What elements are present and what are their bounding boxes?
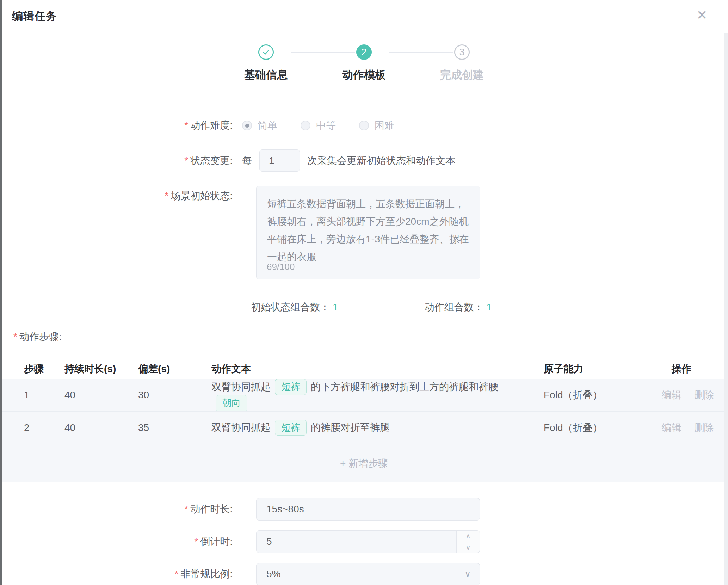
unusual-ratio-row: *非常规比例: 5% ∨ <box>0 563 728 585</box>
chevron-down-icon: ∨ <box>464 569 471 579</box>
initial-state-row: *场景初始状态: 短裤五条数据背面朝上，五条数据正面朝上，裤腰朝右，离头部视野下… <box>0 186 728 281</box>
state-change-label: *状态变更: <box>0 154 233 167</box>
action-steps-label: *动作步骤: <box>0 330 728 344</box>
radio-label: 困难 <box>375 119 394 132</box>
form-bottom: *动作时长: *倒计时: ∧ ∨ *非常规比例: 5% ∨ <box>0 498 728 585</box>
required-marker: * <box>184 504 188 515</box>
action-steps-section: *动作步骤: 步骤持续时长(s)偏差(s)动作文本原子能力操作 14030双臂协… <box>0 330 728 482</box>
initial-combos-value: 1 <box>333 302 338 313</box>
check-icon <box>261 48 271 57</box>
action-duration-row: *动作时长: <box>0 498 728 521</box>
step-done: 基础信息 <box>217 44 315 82</box>
column-header: 偏差(s) <box>138 362 211 376</box>
cell-ability: Fold（折叠） <box>544 421 662 435</box>
column-header: 动作文本 <box>211 362 544 376</box>
action-duration-input[interactable] <box>256 498 480 521</box>
cell-action-text: 双臂协同抓起短裤的下方裤腿和裤腰对折到上方的裤腿和裤腰朝向 <box>211 379 544 411</box>
required-marker: * <box>184 120 188 131</box>
form-main: *动作难度: 简单中等困难 *状态变更: 每 次采集会更新初始状态和动作文本 *… <box>0 118 728 314</box>
combos-row: 初始状态组合数：1 动作组合数：1 <box>0 301 728 314</box>
cell-deviation: 35 <box>138 422 211 433</box>
char-counter: 69/100 <box>267 261 295 272</box>
countdown-label: *倒计时: <box>0 535 233 548</box>
cell-deviation: 30 <box>138 389 211 401</box>
required-marker: * <box>184 155 188 166</box>
radio-circle-icon <box>242 121 252 130</box>
table-row: 24035双臂协同抓起短裤的裤腰对折至裤腿Fold（折叠）编辑删除 <box>0 411 728 444</box>
countdown-input[interactable] <box>256 530 480 553</box>
step-pending: 3完成创建 <box>413 44 511 82</box>
cell-duration: 40 <box>64 422 138 433</box>
initial-combos-label: 初始状态组合数： <box>251 302 330 313</box>
radio-option[interactable]: 中等 <box>301 119 336 132</box>
number-spinner: ∧ ∨ <box>456 531 480 553</box>
step-circle-active[interactable]: 2 <box>356 44 372 60</box>
required-marker: * <box>174 568 178 579</box>
scrollbar-track[interactable] <box>724 33 728 585</box>
difficulty-label: *动作难度: <box>0 119 233 132</box>
action-combos-value: 1 <box>487 302 492 313</box>
edit-button[interactable]: 编辑 <box>662 388 681 402</box>
edit-task-dialog: 编辑任务 ✕ 基础信息2动作模板3完成创建 *动作难度: 简单中等困难 *状态变… <box>0 0 728 585</box>
step-label: 动作模板 <box>342 68 386 82</box>
state-change-suffix: 次采集会更新初始状态和动作文本 <box>307 154 455 167</box>
stepper: 基础信息2动作模板3完成创建 <box>0 32 728 82</box>
cell-actions: 编辑删除 <box>662 421 728 435</box>
state-change-row: *状态变更: 每 次采集会更新初始状态和动作文本 <box>0 149 728 172</box>
cell-action-text: 双臂协同抓起短裤的裤腰对折至裤腿 <box>211 420 544 436</box>
page-left-edge <box>0 0 2 585</box>
difficulty-row: *动作难度: 简单中等困难 <box>0 118 728 133</box>
entity-tag: 朝向 <box>216 395 247 411</box>
action-text: 双臂协同抓起 <box>211 380 271 394</box>
action-text: 双臂协同抓起 <box>211 421 271 434</box>
radio-circle-icon <box>359 121 369 130</box>
close-icon[interactable]: ✕ <box>696 8 708 22</box>
state-change-prefix: 每 <box>242 154 252 167</box>
cell-step: 2 <box>24 422 64 433</box>
initial-state-label: *场景初始状态: <box>0 186 233 203</box>
delete-button[interactable]: 删除 <box>694 388 714 402</box>
entity-tag: 短裤 <box>275 379 307 395</box>
table-row: 14030双臂协同抓起短裤的下方裤腿和裤腰对折到上方的裤腿和裤腰朝向Fold（折… <box>0 379 728 411</box>
cell-step: 1 <box>24 389 64 401</box>
step-active: 2动作模板 <box>315 44 413 82</box>
radio-option-selected[interactable]: 简单 <box>242 119 277 132</box>
step-circle-pending[interactable]: 3 <box>454 44 470 60</box>
cell-duration: 40 <box>64 389 138 401</box>
step-circle-done[interactable] <box>258 44 274 60</box>
unusual-ratio-label: *非常规比例: <box>0 567 233 581</box>
radio-label: 中等 <box>316 119 336 132</box>
dialog-header: 编辑任务 ✕ <box>0 0 728 32</box>
radio-option[interactable]: 困难 <box>359 119 394 132</box>
add-step-button[interactable]: + 新增步骤 <box>0 444 728 482</box>
cell-ability: Fold（折叠） <box>544 388 662 402</box>
unusual-ratio-select[interactable]: 5% <box>256 563 480 585</box>
cell-actions: 编辑删除 <box>662 388 728 402</box>
column-header: 原子能力 <box>544 362 662 376</box>
spinner-up-icon[interactable]: ∧ <box>457 531 480 542</box>
dialog-title: 编辑任务 <box>12 9 57 24</box>
action-combos-label: 动作组合数： <box>425 302 484 313</box>
edit-button[interactable]: 编辑 <box>662 421 681 435</box>
step-label: 完成创建 <box>440 68 484 82</box>
required-marker: * <box>194 536 198 547</box>
delete-button[interactable]: 删除 <box>694 421 714 435</box>
state-change-input[interactable] <box>259 149 300 172</box>
radio-circle-icon <box>301 121 310 130</box>
action-text: 的裤腰对折至裤腿 <box>311 421 390 434</box>
table-body: 14030双臂协同抓起短裤的下方裤腿和裤腰对折到上方的裤腿和裤腰朝向Fold（折… <box>0 379 728 444</box>
countdown-row: *倒计时: ∧ ∨ <box>0 530 728 553</box>
required-marker: * <box>165 190 168 201</box>
entity-tag: 短裤 <box>275 420 307 436</box>
column-header: 持续时长(s) <box>64 362 138 376</box>
column-header: 步骤 <box>24 362 64 376</box>
action-text: 的下方裤腿和裤腰对折到上方的裤腿和裤腰 <box>311 380 498 394</box>
required-marker: * <box>13 331 17 342</box>
column-header: 操作 <box>662 362 728 376</box>
spinner-down-icon[interactable]: ∨ <box>457 542 480 553</box>
radio-dot <box>245 124 249 128</box>
difficulty-options: 简单中等困难 <box>242 119 418 132</box>
table-header: 步骤持续时长(s)偏差(s)动作文本原子能力操作 <box>0 359 728 379</box>
action-duration-label: *动作时长: <box>0 503 233 516</box>
step-label: 基础信息 <box>244 68 288 82</box>
